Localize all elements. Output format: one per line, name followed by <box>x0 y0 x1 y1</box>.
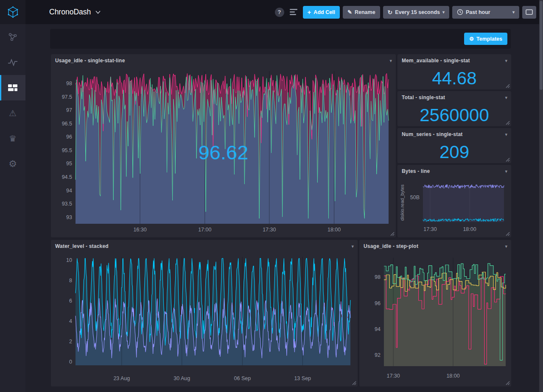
svg-text:18:00: 18:00 <box>327 227 341 233</box>
sidebar-item-admin[interactable]: ♛ <box>0 126 25 151</box>
cell-total: Total - single-stat ▾ 2560000 <box>397 91 511 126</box>
single-stat-value: 44.68 <box>397 67 511 89</box>
svg-text:diskio.read_bytes: diskio.read_bytes <box>400 184 405 221</box>
gear-icon: ⚙ <box>8 159 17 169</box>
svg-text:98: 98 <box>66 81 72 86</box>
svg-text:95: 95 <box>66 161 72 167</box>
svg-text:93.5: 93.5 <box>62 201 72 207</box>
cell-bytes-line: Bytes - line ▾ 50B17:3018:00diskio.read_… <box>397 165 511 237</box>
autorefresh-dropdown[interactable]: ↻ Every 15 seconds ▾ <box>383 6 449 19</box>
bytes-line-chart[interactable]: 50B17:3018:00diskio.read_bytes <box>397 178 511 237</box>
cell-header[interactable]: Total - single-stat ▾ <box>397 91 511 104</box>
resize-handle[interactable] <box>389 231 395 236</box>
crown-icon: ♛ <box>9 134 17 143</box>
alert-triangle-icon: ⚠ <box>9 109 17 117</box>
dashboard-title-dropdown[interactable]: ChronoDash <box>49 8 101 17</box>
cell-title: Bytes - line <box>402 168 430 174</box>
chronograf-logo[interactable] <box>0 0 25 24</box>
cell-header[interactable]: Usage_idle - single-stat-line ▾ <box>51 54 396 67</box>
svg-text:97: 97 <box>66 107 72 113</box>
svg-text:30 Aug: 30 Aug <box>174 375 190 381</box>
add-cell-button[interactable]: + Add Cell <box>303 6 340 19</box>
chevron-down-icon[interactable]: ▾ <box>505 169 507 174</box>
page-title: ChronoDash <box>49 8 91 17</box>
usage-idle-step-chart[interactable]: 9294969817:3018:00 <box>359 253 511 386</box>
resize-handle[interactable] <box>505 157 510 162</box>
autorefresh-label: Every 15 seconds <box>395 9 440 15</box>
single-stat-value: 209 <box>397 141 511 163</box>
svg-text:23 Aug: 23 Aug <box>113 375 130 381</box>
chevron-down-icon[interactable]: ▾ <box>505 95 507 100</box>
svg-text:96: 96 <box>375 300 381 306</box>
svg-text:18:00: 18:00 <box>463 226 476 232</box>
list-icon <box>290 9 297 15</box>
svg-text:94: 94 <box>375 326 381 332</box>
scrollbar[interactable] <box>539 0 543 392</box>
chevron-down-icon[interactable]: ▾ <box>389 58 392 64</box>
resize-handle[interactable] <box>505 120 510 125</box>
svg-text:4: 4 <box>69 318 72 324</box>
chevron-down-icon[interactable]: ▾ <box>505 58 507 64</box>
cell-title: Usage_idle - step-plot <box>364 243 418 249</box>
svg-text:8: 8 <box>69 278 72 284</box>
cell-header[interactable]: Num_series - single-stat ▾ <box>397 128 511 141</box>
svg-text:94.5: 94.5 <box>62 174 72 180</box>
resize-handle[interactable] <box>505 83 510 88</box>
cell-header[interactable]: Mem_available - single-stat ▾ <box>397 54 511 67</box>
cell-usage-idle-line: Usage_idle - single-stat-line ▾ 9393.594… <box>51 54 396 237</box>
rename-button[interactable]: ✎ Rename <box>343 6 380 19</box>
cell-num-series: Num_series - single-stat ▾ 209 <box>397 128 511 163</box>
graph-options-button[interactable] <box>290 9 297 15</box>
svg-text:2: 2 <box>69 339 72 345</box>
gear-icon: ⚙ <box>469 36 474 42</box>
cell-header[interactable]: Water_level - stacked ▾ <box>51 240 358 253</box>
svg-text:16:30: 16:30 <box>133 227 146 233</box>
resize-handle[interactable] <box>351 380 356 385</box>
svg-text:92: 92 <box>375 352 381 358</box>
chevron-down-icon[interactable]: ▾ <box>505 244 507 249</box>
sidebar-item-hosts[interactable] <box>0 24 25 50</box>
help-button[interactable]: ? <box>275 8 284 17</box>
rename-label: Rename <box>355 9 375 15</box>
templates-button[interactable]: ⚙ Templates <box>464 33 507 45</box>
svg-text:93: 93 <box>66 214 72 220</box>
sidebar-item-alerts[interactable]: ⚠ <box>0 100 25 126</box>
refresh-icon: ↻ <box>388 9 393 15</box>
svg-text:94: 94 <box>66 188 72 194</box>
timerange-label: Past hour <box>466 9 490 15</box>
cell-title: Total - single-stat <box>402 95 445 100</box>
cell-title: Water_level - stacked <box>55 243 109 249</box>
svg-text:13 Sep: 13 Sep <box>294 375 311 381</box>
svg-text:17:30: 17:30 <box>263 227 276 233</box>
host-network-icon <box>8 32 17 42</box>
chevron-down-icon[interactable]: ▾ <box>351 244 354 249</box>
chevron-down-icon: ▾ <box>512 10 515 14</box>
svg-text:6: 6 <box>69 298 72 304</box>
cell-usage-idle-step: Usage_idle - step-plot ▾ 9294969817:3018… <box>359 240 511 386</box>
usage-idle-line-chart[interactable]: 9393.59494.59595.59696.59797.59816:3017:… <box>51 67 396 237</box>
resize-handle[interactable] <box>505 231 510 236</box>
cell-header[interactable]: Bytes - line ▾ <box>397 165 511 178</box>
scrollbar-thumb[interactable] <box>540 1 543 90</box>
sidebar-item-dashboards[interactable] <box>0 75 25 100</box>
help-icon: ? <box>278 9 281 15</box>
template-variables-bar: ⚙ Templates <box>50 29 511 49</box>
svg-text:17:00: 17:00 <box>198 227 211 233</box>
cell-mem-available: Mem_available - single-stat ▾ 44.68 <box>397 54 511 89</box>
svg-text:96.5: 96.5 <box>62 121 72 127</box>
presentation-mode-button[interactable] <box>522 6 536 19</box>
nav-controls: ? + Add Cell ✎ Rename ↻ Every 15 seconds… <box>275 6 536 19</box>
svg-text:06 Sep: 06 Sep <box>234 375 251 381</box>
cell-water-level: Water_level - stacked ▾ 024681023 Aug30 … <box>51 240 358 386</box>
cell-header[interactable]: Usage_idle - step-plot ▾ <box>359 240 511 253</box>
resize-handle[interactable] <box>505 380 510 385</box>
sidebar-item-data-explorer[interactable] <box>0 50 25 75</box>
plus-icon: + <box>308 9 311 15</box>
water-level-chart[interactable]: 024681023 Aug30 Aug06 Sep13 Sep <box>51 253 358 386</box>
sidebar-item-settings[interactable]: ⚙ <box>0 151 25 177</box>
cell-title: Num_series - single-stat <box>402 131 463 137</box>
timerange-dropdown[interactable]: Past hour ▾ <box>452 6 519 19</box>
chevron-down-icon[interactable]: ▾ <box>505 132 507 137</box>
cell-title: Usage_idle - single-stat-line <box>55 58 125 64</box>
single-stat-value: 2560000 <box>397 104 511 126</box>
